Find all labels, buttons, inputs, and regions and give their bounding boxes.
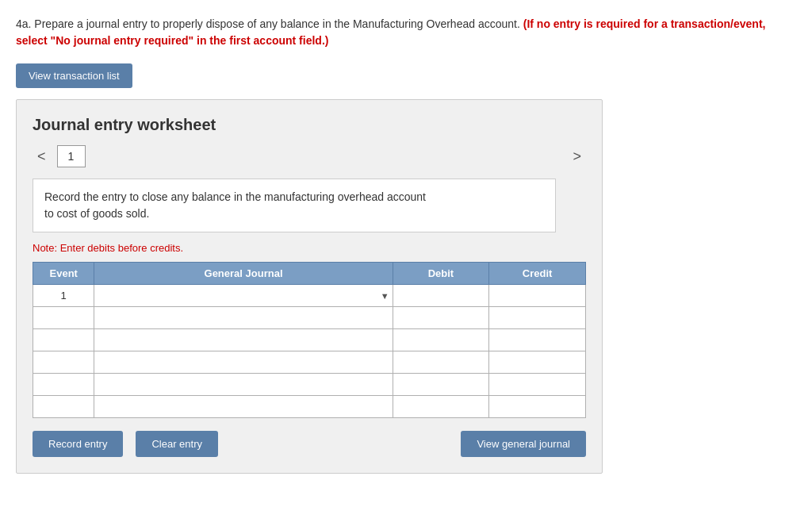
gj-input-3[interactable]	[94, 329, 392, 351]
event-cell	[33, 396, 94, 418]
event-cell: 1	[33, 285, 94, 307]
debit-cell[interactable]	[393, 285, 489, 307]
journal-table: Event General Journal Debit Credit 1 ▼	[33, 262, 586, 418]
credit-cell[interactable]	[489, 351, 586, 374]
debit-cell[interactable]	[393, 329, 489, 351]
gj-cell[interactable]	[94, 396, 393, 418]
credit-cell[interactable]	[489, 396, 586, 418]
button-row: Record entry Clear entry View general jo…	[33, 431, 586, 457]
gj-cell[interactable]	[94, 374, 393, 396]
prev-page-button[interactable]: <	[33, 147, 51, 167]
debit-input-5[interactable]	[393, 374, 489, 395]
gj-input-5[interactable]	[94, 374, 392, 395]
page-number-box: 1	[57, 145, 86, 167]
view-transaction-button[interactable]: View transaction list	[16, 63, 132, 88]
debit-input-2[interactable]	[393, 307, 489, 328]
event-cell	[33, 374, 94, 396]
worksheet-container: Journal entry worksheet < 1 > Record the…	[16, 99, 603, 474]
description-line2: to cost of goods sold.	[44, 207, 149, 220]
event-cell	[33, 307, 94, 329]
credit-input-4[interactable]	[489, 351, 585, 373]
gj-input-1[interactable]	[94, 285, 392, 306]
record-entry-button[interactable]: Record entry	[33, 431, 123, 457]
nav-row: < 1 >	[33, 145, 586, 167]
gj-cell[interactable]	[94, 329, 393, 351]
table-row	[33, 307, 586, 329]
col-debit: Debit	[393, 263, 489, 285]
event-cell	[33, 351, 94, 374]
description-box: Record the entry to close any balance in…	[33, 179, 556, 232]
debit-cell[interactable]	[393, 374, 489, 396]
gj-cell[interactable]	[94, 307, 393, 329]
instructions-text: 4a. Prepare a journal entry to properly …	[16, 16, 793, 49]
credit-input-3[interactable]	[489, 329, 585, 351]
credit-cell[interactable]	[489, 329, 586, 351]
instructions-main: 4a. Prepare a journal entry to properly …	[16, 17, 520, 30]
table-row	[33, 329, 586, 351]
note-text: Note: Enter debits before credits.	[33, 242, 586, 254]
worksheet-title: Journal entry worksheet	[33, 116, 586, 134]
debit-input-4[interactable]	[393, 351, 489, 373]
credit-input-1[interactable]	[489, 285, 585, 306]
description-line1: Record the entry to close any balance in…	[44, 190, 426, 203]
credit-cell[interactable]	[489, 285, 586, 307]
debit-input-1[interactable]	[393, 285, 489, 306]
gj-cell[interactable]: ▼	[94, 285, 393, 307]
col-event: Event	[33, 263, 94, 285]
clear-entry-button[interactable]: Clear entry	[136, 431, 218, 457]
debit-cell[interactable]	[393, 396, 489, 418]
credit-input-5[interactable]	[489, 374, 585, 395]
col-credit: Credit	[489, 263, 586, 285]
next-page-button[interactable]: >	[568, 147, 586, 167]
gj-input-2[interactable]	[94, 307, 392, 328]
credit-input-2[interactable]	[489, 307, 585, 328]
table-row	[33, 396, 586, 418]
debit-input-6[interactable]	[393, 396, 489, 417]
credit-cell[interactable]	[489, 307, 586, 329]
table-row: 1 ▼	[33, 285, 586, 307]
table-row	[33, 351, 586, 374]
event-cell	[33, 329, 94, 351]
view-general-journal-button[interactable]: View general journal	[461, 431, 586, 457]
debit-input-3[interactable]	[393, 329, 489, 351]
debit-cell[interactable]	[393, 351, 489, 374]
credit-cell[interactable]	[489, 374, 586, 396]
col-general-journal: General Journal	[94, 263, 393, 285]
credit-input-6[interactable]	[489, 396, 585, 417]
debit-cell[interactable]	[393, 307, 489, 329]
gj-cell[interactable]	[94, 351, 393, 374]
gj-input-4[interactable]	[94, 351, 392, 373]
gj-input-6[interactable]	[94, 396, 392, 417]
table-row	[33, 374, 586, 396]
